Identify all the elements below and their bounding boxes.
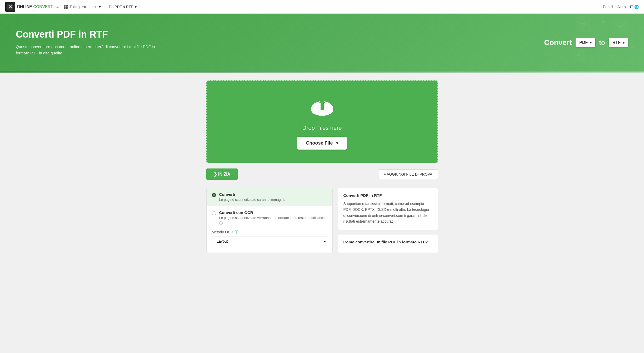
option-converti-radio[interactable] (212, 193, 216, 197)
option-converti-title: Converti (219, 192, 285, 197)
bottom-grid: Converti Le pagine scannerizzate saranno… (206, 188, 438, 253)
upload-box[interactable]: Drop Files here Choose File ▾ (206, 80, 438, 163)
inizia-label: ❯ INIZIA (214, 172, 231, 177)
add-test-file-button[interactable]: + AGGIUNGI FILE DI PROVA (378, 169, 438, 179)
svg-rect-2 (64, 5, 66, 7)
globe-icon: 🌐 (634, 5, 639, 9)
option-ocr: Converti con OCR Le pagine scannerizzate… (207, 206, 332, 250)
hero-description: Questo convertitore document online ti p… (16, 44, 168, 56)
option-ocr-radio[interactable] (212, 211, 216, 215)
info-card-2: Come convertire un file PDF in formato R… (338, 234, 438, 253)
hero-underline (0, 71, 644, 73)
options-panel: Converti Le pagine scannerizzate saranno… (206, 188, 333, 253)
option-converti: Converti Le pagine scannerizzate saranno… (207, 188, 332, 206)
svg-rect-5 (66, 7, 68, 9)
hero-right: Convert PDF to RTF (544, 38, 628, 47)
buttons-row: ❯ INIZIA + AGGIUNGI FILE DI PROVA (206, 168, 438, 180)
lang-label: IT (630, 5, 633, 9)
language-button[interactable]: IT 🌐 (630, 5, 639, 9)
main-content: Drop Files here Choose File ▾ ❯ INIZIA +… (201, 80, 443, 253)
navbar-right: Prezzi Aiuto IT 🌐 (603, 5, 639, 9)
svg-rect-4 (64, 7, 66, 9)
option-converti-desc: Le pagine scannerizzate saranno immagini… (219, 198, 285, 202)
metodo-ocr-info-icon[interactable]: ⓘ (235, 230, 238, 234)
info-card-1-text: Supportiamo tantissimi formati, come ad … (343, 201, 432, 224)
upload-cloud-icon (309, 94, 335, 119)
option-ocr-labels: Converti con OCR Le pagine scannerizzate… (219, 210, 326, 226)
choose-file-label: Choose File (306, 140, 333, 146)
all-tools-button[interactable]: Tutti gli strumenti (61, 3, 103, 11)
hero-banner: JPG 📊 PDF PNG 📄 Aa 📁 Converti PDF in RTF… (0, 14, 644, 71)
hero-title: Converti PDF in RTF (16, 29, 168, 40)
metodo-ocr-label: Metodo OCR ⓘ (212, 230, 327, 234)
tools-label: Tutti gli strumenti (69, 5, 97, 9)
converter-chevron (135, 5, 137, 9)
drop-files-text: Drop Files here (302, 125, 342, 131)
sidebar-info: Converti PDF in RTF Supportiamo tantissi… (338, 188, 438, 253)
to-label: to (599, 39, 605, 46)
from-format-chevron (590, 40, 592, 45)
choose-file-chevron: ▾ (336, 141, 338, 146)
grid-icon (64, 5, 68, 9)
logo-link[interactable]: ✕ ONLINE-CONVERT.com (5, 2, 58, 12)
option-converti-labels: Converti Le pagine scannerizzate saranno… (219, 192, 285, 202)
option-ocr-desc: Le pagine scannerizzate verranno trasfor… (219, 216, 326, 220)
aiuto-link[interactable]: Aiuto (617, 5, 626, 9)
pdf-to-rtf-button[interactable]: Da PDF a RTF (106, 3, 139, 11)
from-format-select[interactable]: PDF (576, 38, 595, 47)
tools-chevron (99, 5, 101, 9)
option-ocr-info-icon[interactable]: ⓘ (219, 221, 326, 226)
info-card-1: Converti PDF in RTF Supportiamo tantissi… (338, 188, 438, 230)
inizia-button[interactable]: ❯ INIZIA (206, 168, 238, 180)
to-format-select[interactable]: RTF (609, 38, 628, 47)
hero-left: Converti PDF in RTF Questo convertitore … (16, 29, 168, 56)
converter-label: Da PDF a RTF (109, 5, 133, 9)
choose-file-button[interactable]: Choose File ▾ (297, 137, 346, 150)
option-ocr-title: Converti con OCR (219, 210, 326, 215)
metodo-ocr-select[interactable]: Layout Simple Advanced (212, 237, 327, 246)
metodo-ocr-label-text: Metodo OCR (212, 230, 233, 234)
logo-text: ONLINE-CONVERT.com (17, 4, 58, 9)
info-card-2-title: Come convertire un file PDF in formato R… (343, 240, 432, 244)
prezzi-link[interactable]: Prezzi (603, 5, 613, 9)
metodo-ocr-section: Metodo OCR ⓘ Layout Simple Advanced (212, 230, 327, 246)
convert-label: Convert (544, 38, 572, 47)
to-format-chevron (623, 40, 625, 45)
svg-text:✕: ✕ (8, 4, 12, 10)
from-format-value: PDF (579, 40, 588, 45)
svg-rect-3 (66, 5, 68, 7)
logo-icon: ✕ (5, 2, 15, 12)
to-format-value: RTF (612, 40, 621, 45)
info-card-1-title: Converti PDF in RTF (343, 193, 432, 198)
add-file-label: + AGGIUNGI FILE DI PROVA (384, 172, 432, 176)
navbar: ✕ ONLINE-CONVERT.com Tutti gli strumenti… (0, 0, 644, 14)
